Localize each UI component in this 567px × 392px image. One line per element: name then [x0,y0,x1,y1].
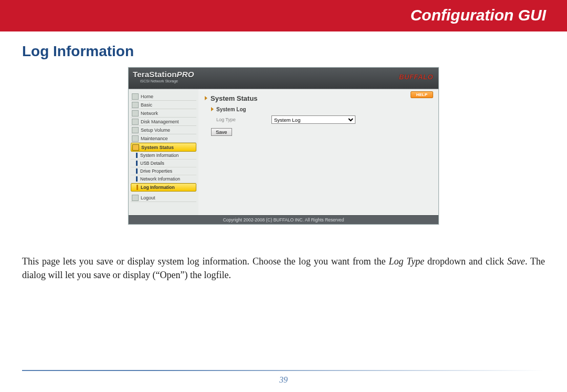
header-banner: Configuration GUI [0,0,567,31]
sidebar-item-disk-management[interactable]: Disk Management [131,118,196,126]
sidebar-item-maintenance[interactable]: Maintenance [131,134,196,143]
page-number: 39 [0,375,567,385]
sidebar-sub-log-information[interactable]: Log Information [131,183,196,192]
sidebar-sub-label: System Information [140,153,178,158]
status-icon [132,144,139,151]
sidebar-item-basic[interactable]: Basic [131,101,196,109]
sidebar-item-label: Setup Volume [141,128,170,133]
logout-icon [132,195,139,201]
sidebar-item-label: Home [141,94,153,99]
brand-buffalo: BUFFALO [399,73,433,81]
description-paragraph: This page lets you save or display syste… [22,255,545,282]
help-button[interactable]: HELP [411,91,433,98]
panel-heading: System Status [205,94,433,102]
para-text: This page lets you save or display syste… [22,256,389,267]
logtype-label: Log Type [216,117,271,122]
sidebar-sub-label: Drive Properties [140,168,172,174]
sidebar-sub-drive-properties[interactable]: Drive Properties [131,167,196,175]
brand-terastation: TeraStation [133,70,177,79]
sidebar-item-label: Network [141,111,158,116]
sidebar-item-system-status[interactable]: System Status [131,143,196,152]
brand-title: TeraStationPRO [133,70,194,79]
embedded-screenshot: TeraStationPRO iSCSI Network Storage BUF… [128,67,439,225]
brand-subtitle: iSCSI Network Storage [140,79,178,83]
disk-icon [132,119,139,125]
footer-rule [22,370,545,371]
sidebar-item-label: Disk Management [141,119,179,124]
sidebar-sub-network-information[interactable]: Network Information [131,175,196,183]
sidebar-sub-label: Network Information [140,176,180,182]
panel-subheading: System Log [211,107,433,112]
brand-pro: PRO [177,70,194,79]
app-topbar: TeraStationPRO iSCSI Network Storage BUF… [129,68,438,89]
sidebar-item-network[interactable]: Network [131,109,196,118]
sidebar-item-label: Basic [141,102,152,108]
sidebar-item-label: Maintenance [141,136,168,141]
para-italic-logtype: Log Type [389,256,425,267]
sidebar-item-home[interactable]: Home [131,92,196,101]
sidebar-item-label: Logout [141,195,155,200]
main-panel: HELP System Status System Log Log Type S… [198,89,438,215]
para-text: dropdown and click [424,256,507,267]
network-icon [132,110,139,116]
maintenance-icon [132,135,139,142]
para-italic-save: Save [507,256,525,267]
save-button[interactable]: Save [211,128,232,136]
home-icon [132,93,139,100]
volume-icon [132,127,139,133]
logtype-select[interactable]: System Log [271,115,355,124]
sidebar-item-setup-volume[interactable]: Setup Volume [131,126,196,134]
banner-title: Configuration GUI [411,6,546,24]
basic-icon [132,102,139,108]
sidebar-sub-label: Log Information [141,185,175,190]
screenshot-footer: Copyright 2002-2008 (C) BUFFALO INC. All… [129,215,438,224]
sidebar-sub-usb-details[interactable]: USB Details [131,160,196,167]
sidebar-item-label: System Status [141,145,174,150]
section-heading: Log Information [22,43,567,60]
sidebar-sub-label: USB Details [140,161,164,166]
sidebar-sub-system-information[interactable]: System Information [131,152,196,160]
sidebar-item-logout[interactable]: Logout [131,194,196,202]
sidebar: Home Basic Network Disk Management Setup… [129,89,198,215]
logtype-row: Log Type System Log [216,115,433,124]
